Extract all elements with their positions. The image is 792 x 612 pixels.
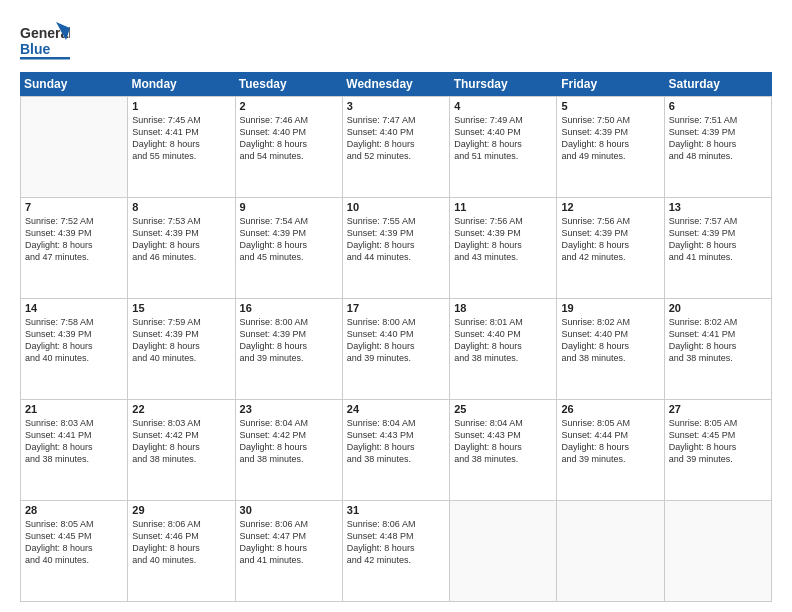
cal-cell: 6Sunrise: 7:51 AMSunset: 4:39 PMDaylight… [665,97,772,197]
cell-info-line: and 47 minutes. [25,251,123,263]
cell-info-line: Daylight: 8 hours [25,239,123,251]
cal-cell: 18Sunrise: 8:01 AMSunset: 4:40 PMDayligh… [450,299,557,399]
cal-cell: 19Sunrise: 8:02 AMSunset: 4:40 PMDayligh… [557,299,664,399]
cell-info-line: Daylight: 8 hours [132,138,230,150]
cell-info-line: Sunset: 4:45 PM [669,429,767,441]
page: General Blue SundayMondayTuesdayWednesda… [0,0,792,612]
cell-info-line: Sunrise: 8:03 AM [25,417,123,429]
day-number: 3 [347,100,445,112]
cal-cell: 16Sunrise: 8:00 AMSunset: 4:39 PMDayligh… [236,299,343,399]
cal-cell: 8Sunrise: 7:53 AMSunset: 4:39 PMDaylight… [128,198,235,298]
cal-cell: 31Sunrise: 8:06 AMSunset: 4:48 PMDayligh… [343,501,450,601]
cell-info-line: Daylight: 8 hours [132,239,230,251]
cell-info-line: Sunrise: 8:00 AM [240,316,338,328]
cell-info-line: and 40 minutes. [25,554,123,566]
cal-cell: 14Sunrise: 7:58 AMSunset: 4:39 PMDayligh… [21,299,128,399]
cell-info-line: Sunrise: 8:00 AM [347,316,445,328]
cell-info-line: Sunrise: 8:01 AM [454,316,552,328]
logo-icon: General Blue [20,18,70,62]
cell-info-line: Sunset: 4:40 PM [240,126,338,138]
cal-cell: 25Sunrise: 8:04 AMSunset: 4:43 PMDayligh… [450,400,557,500]
cell-info-line: Daylight: 8 hours [132,340,230,352]
cal-cell: 2Sunrise: 7:46 AMSunset: 4:40 PMDaylight… [236,97,343,197]
week-row-0: 1Sunrise: 7:45 AMSunset: 4:41 PMDaylight… [21,97,772,198]
cell-info-line: Daylight: 8 hours [240,542,338,554]
cell-info-line: Sunrise: 7:57 AM [669,215,767,227]
day-number: 14 [25,302,123,314]
cell-info-line: Sunrise: 8:05 AM [25,518,123,530]
cell-info-line: and 42 minutes. [561,251,659,263]
day-number: 20 [669,302,767,314]
cell-info-line: Sunset: 4:48 PM [347,530,445,542]
svg-rect-3 [20,57,70,60]
cal-cell: 24Sunrise: 8:04 AMSunset: 4:43 PMDayligh… [343,400,450,500]
cell-info-line: and 48 minutes. [669,150,767,162]
cell-info-line: Daylight: 8 hours [25,441,123,453]
cell-info-line: and 41 minutes. [240,554,338,566]
cell-info-line: Sunrise: 7:56 AM [561,215,659,227]
cell-info-line: and 49 minutes. [561,150,659,162]
cal-cell: 29Sunrise: 8:06 AMSunset: 4:46 PMDayligh… [128,501,235,601]
cell-info-line: Sunset: 4:41 PM [25,429,123,441]
cell-info-line: Sunset: 4:41 PM [132,126,230,138]
cell-info-line: Daylight: 8 hours [240,340,338,352]
cell-info-line: Sunrise: 7:58 AM [25,316,123,328]
cell-info-line: Daylight: 8 hours [240,239,338,251]
cell-info-line: Sunrise: 8:02 AM [561,316,659,328]
cal-cell [665,501,772,601]
cell-info-line: Sunset: 4:43 PM [454,429,552,441]
cell-info-line: Daylight: 8 hours [454,340,552,352]
cell-info-line: Sunset: 4:40 PM [347,126,445,138]
cell-info-line: Sunset: 4:39 PM [561,227,659,239]
cell-info-line: Sunset: 4:39 PM [669,126,767,138]
cal-cell [450,501,557,601]
cell-info-line: and 52 minutes. [347,150,445,162]
cell-info-line: Daylight: 8 hours [669,138,767,150]
day-of-week-sunday: Sunday [20,72,127,96]
day-number: 27 [669,403,767,415]
cell-info-line: and 38 minutes. [669,352,767,364]
cell-info-line: Sunrise: 8:05 AM [561,417,659,429]
cell-info-line: Sunrise: 7:49 AM [454,114,552,126]
day-number: 13 [669,201,767,213]
cell-info-line: and 38 minutes. [561,352,659,364]
cell-info-line: Sunrise: 8:04 AM [240,417,338,429]
day-number: 29 [132,504,230,516]
calendar: SundayMondayTuesdayWednesdayThursdayFrid… [20,72,772,602]
cell-info-line: Sunset: 4:39 PM [669,227,767,239]
cell-info-line: Sunset: 4:39 PM [347,227,445,239]
cal-cell: 23Sunrise: 8:04 AMSunset: 4:42 PMDayligh… [236,400,343,500]
cal-cell: 26Sunrise: 8:05 AMSunset: 4:44 PMDayligh… [557,400,664,500]
cell-info-line: Sunset: 4:42 PM [240,429,338,441]
cell-info-line: Sunrise: 7:46 AM [240,114,338,126]
day-number: 28 [25,504,123,516]
day-number: 7 [25,201,123,213]
week-row-2: 14Sunrise: 7:58 AMSunset: 4:39 PMDayligh… [21,299,772,400]
cell-info-line: Sunset: 4:47 PM [240,530,338,542]
cal-cell: 12Sunrise: 7:56 AMSunset: 4:39 PMDayligh… [557,198,664,298]
cell-info-line: Daylight: 8 hours [347,441,445,453]
cell-info-line: Sunset: 4:39 PM [132,328,230,340]
cell-info-line: and 39 minutes. [669,453,767,465]
cal-cell: 27Sunrise: 8:05 AMSunset: 4:45 PMDayligh… [665,400,772,500]
cell-info-line: Daylight: 8 hours [561,340,659,352]
cell-info-line: Sunset: 4:41 PM [669,328,767,340]
cal-cell: 21Sunrise: 8:03 AMSunset: 4:41 PMDayligh… [21,400,128,500]
cell-info-line: Sunset: 4:40 PM [454,126,552,138]
cal-cell: 30Sunrise: 8:06 AMSunset: 4:47 PMDayligh… [236,501,343,601]
header: General Blue [20,18,772,62]
cell-info-line: and 38 minutes. [240,453,338,465]
cell-info-line: and 41 minutes. [669,251,767,263]
week-row-3: 21Sunrise: 8:03 AMSunset: 4:41 PMDayligh… [21,400,772,501]
cell-info-line: Sunset: 4:45 PM [25,530,123,542]
cell-info-line: and 40 minutes. [25,352,123,364]
cal-cell: 4Sunrise: 7:49 AMSunset: 4:40 PMDaylight… [450,97,557,197]
cell-info-line: Daylight: 8 hours [240,138,338,150]
cell-info-line: Sunrise: 8:03 AM [132,417,230,429]
cell-info-line: and 55 minutes. [132,150,230,162]
day-number: 12 [561,201,659,213]
cell-info-line: and 38 minutes. [25,453,123,465]
cell-info-line: Sunrise: 7:59 AM [132,316,230,328]
cell-info-line: Daylight: 8 hours [25,340,123,352]
week-row-4: 28Sunrise: 8:05 AMSunset: 4:45 PMDayligh… [21,501,772,602]
